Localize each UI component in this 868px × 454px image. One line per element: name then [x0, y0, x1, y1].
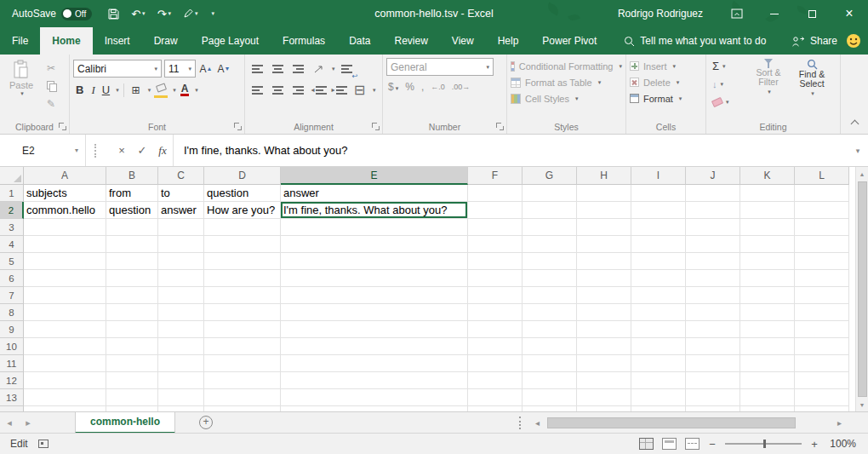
cell-D5[interactable]	[204, 253, 281, 270]
row-header-3[interactable]: 3	[0, 219, 24, 236]
cell-C3[interactable]	[158, 219, 204, 236]
percent-style-button[interactable]: %	[405, 81, 414, 93]
cell-H12[interactable]	[577, 372, 631, 389]
cell-H3[interactable]	[577, 219, 631, 236]
tab-insert[interactable]: Insert	[93, 27, 142, 55]
vertical-scrollbar[interactable]: ▲ ▼	[855, 167, 868, 411]
sheet-nav-left-icon[interactable]: ◂	[0, 417, 19, 428]
cell-A4[interactable]	[24, 236, 106, 253]
cell-F5[interactable]	[468, 253, 523, 270]
cell-I6[interactable]	[631, 270, 686, 287]
cell-K10[interactable]	[740, 338, 795, 355]
cell-K4[interactable]	[740, 236, 795, 253]
merge-center-dropdown-icon[interactable]: ▾	[373, 87, 376, 94]
cell-C9[interactable]	[158, 321, 204, 338]
cell-F11[interactable]	[468, 355, 523, 372]
tab-page-layout[interactable]: Page Layout	[190, 27, 271, 55]
decrease-decimal-button[interactable]: .00→	[452, 83, 471, 91]
cell-B11[interactable]	[106, 355, 158, 372]
cell-C13[interactable]	[158, 389, 204, 406]
cell-F1[interactable]	[468, 185, 523, 202]
increase-font-size-button[interactable]: A▲	[198, 60, 214, 78]
cell-H7[interactable]	[577, 287, 631, 304]
cell-B5[interactable]	[106, 253, 158, 270]
format-painter-button[interactable]: ✎	[42, 96, 60, 111]
top-align-button[interactable]	[248, 60, 266, 78]
row-header-10[interactable]: 10	[0, 338, 24, 355]
cell-D8[interactable]	[204, 304, 281, 321]
column-header-A[interactable]: A	[24, 167, 106, 185]
zoom-level[interactable]: 100%	[827, 438, 856, 450]
page-break-view-button[interactable]	[685, 438, 700, 450]
cell-J6[interactable]	[686, 270, 740, 287]
cell-H5[interactable]	[577, 253, 631, 270]
bottom-align-button[interactable]	[289, 60, 307, 78]
insert-function-button[interactable]: fx	[152, 141, 173, 161]
decrease-indent-button[interactable]: ◂	[310, 82, 328, 99]
cell-E12[interactable]	[281, 372, 468, 389]
cell-B13[interactable]	[106, 389, 158, 406]
cell-C4[interactable]	[158, 236, 204, 253]
macro-record-icon[interactable]	[38, 440, 49, 448]
cell-I13[interactable]	[631, 389, 686, 406]
cell-B2[interactable]: question	[106, 202, 158, 219]
tab-help[interactable]: Help	[486, 27, 531, 55]
cell-F10[interactable]	[468, 338, 523, 355]
cell-L1[interactable]	[795, 185, 849, 202]
cell-J3[interactable]	[686, 219, 740, 236]
tab-file[interactable]: File	[0, 27, 40, 55]
cell-A1[interactable]: subjects	[24, 185, 106, 202]
cell-A13[interactable]	[24, 389, 106, 406]
cell-I9[interactable]	[631, 321, 686, 338]
cell-F3[interactable]	[468, 219, 523, 236]
cell-C2[interactable]: answer	[158, 202, 204, 219]
cell-E4[interactable]	[281, 236, 468, 253]
cell-D13[interactable]	[204, 389, 281, 406]
cell-A5[interactable]	[24, 253, 106, 270]
new-sheet-button[interactable]: +	[199, 416, 213, 429]
cell-B9[interactable]	[106, 321, 158, 338]
cell-I1[interactable]	[631, 185, 686, 202]
cell-C1[interactable]: to	[158, 185, 204, 202]
normal-view-button[interactable]	[639, 438, 654, 450]
font-color-dropdown-icon[interactable]: ▾	[195, 87, 198, 94]
tell-me-box[interactable]: Tell me what you want to do	[624, 27, 766, 55]
undo-dropdown-icon[interactable]: ▾	[142, 10, 146, 17]
merge-center-button[interactable]: ⊟	[351, 82, 368, 99]
cell-J7[interactable]	[686, 287, 740, 304]
cell-L10[interactable]	[795, 338, 849, 355]
cell-A7[interactable]	[24, 287, 106, 304]
cell-H9[interactable]	[577, 321, 631, 338]
cell-I4[interactable]	[631, 236, 686, 253]
cell-J12[interactable]	[686, 372, 740, 389]
cell-L5[interactable]	[795, 253, 849, 270]
cell-G5[interactable]	[523, 253, 577, 270]
cell-H1[interactable]	[577, 185, 631, 202]
cell-C6[interactable]	[158, 270, 204, 287]
row-header-12[interactable]: 12	[0, 372, 24, 389]
row-header-9[interactable]: 9	[0, 321, 24, 338]
feedback-smiley-button[interactable]	[846, 33, 861, 49]
cell-C10[interactable]	[158, 338, 204, 355]
cell-F2[interactable]	[468, 202, 523, 219]
cell-K7[interactable]	[740, 287, 795, 304]
cell-H13[interactable]	[577, 389, 631, 406]
cell-D3[interactable]	[204, 219, 281, 236]
clipboard-dialog-launcher[interactable]	[58, 122, 66, 130]
cell-D6[interactable]	[204, 270, 281, 287]
row-header-4[interactable]: 4	[0, 236, 24, 253]
cell-K2[interactable]	[740, 202, 795, 219]
cell-I7[interactable]	[631, 287, 686, 304]
ribbon-display-options-button[interactable]	[718, 0, 756, 27]
zoom-slider-thumb[interactable]	[763, 440, 766, 448]
orientation-dropdown-icon[interactable]: ▾	[332, 66, 335, 72]
cell-I11[interactable]	[631, 355, 686, 372]
cell-L9[interactable]	[795, 321, 849, 338]
cell-J13[interactable]	[686, 389, 740, 406]
horizontal-scroll-thumb[interactable]	[547, 417, 796, 428]
delete-cells-button[interactable]: Delete ▾	[630, 74, 702, 90]
cell-J2[interactable]	[686, 202, 740, 219]
sort-filter-button[interactable]: Sort & Filter ▾	[748, 58, 789, 110]
tab-formulas[interactable]: Formulas	[271, 27, 337, 55]
user-name[interactable]: Rodrigo Rodriguez	[618, 8, 703, 20]
